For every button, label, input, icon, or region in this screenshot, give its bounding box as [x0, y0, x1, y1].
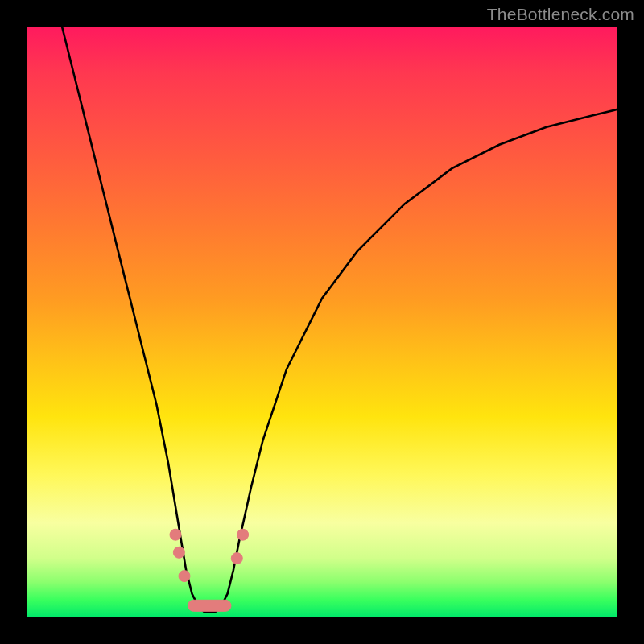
marker-dot [237, 529, 249, 540]
marker-pill [188, 600, 231, 611]
marker-dot [173, 547, 184, 558]
curve-svg [27, 27, 617, 617]
marker-dot [170, 529, 181, 540]
marker-dot [179, 571, 190, 582]
marker-dot [231, 553, 242, 564]
plot-area [27, 27, 617, 617]
chart-stage: TheBottleneck.com [0, 0, 644, 644]
bottleneck-curve [62, 27, 617, 612]
watermark-text: TheBottleneck.com [487, 5, 634, 24]
